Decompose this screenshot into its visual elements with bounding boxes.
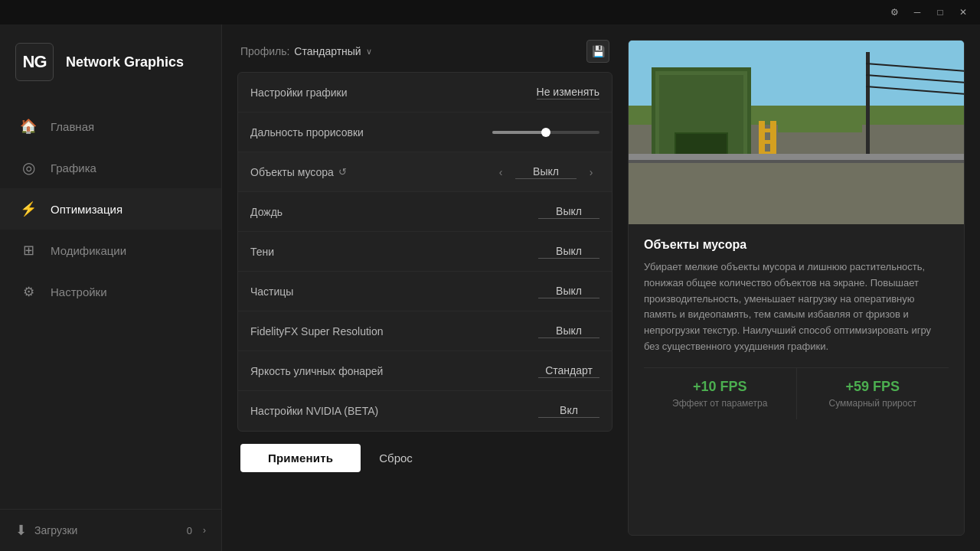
setting-row-draw-distance[interactable]: Дальность прорисовки [238,112,612,152]
settings-table: Настройки графики Не изменять Дальность … [237,72,612,432]
setting-value-trash-objects: Выкл [515,165,577,179]
slider-track [492,131,599,134]
setting-control-graphics-settings: Не изменять [537,86,599,99]
setting-value-rain[interactable]: Выкл [538,205,599,219]
setting-value-street-lights[interactable]: Стандарт [538,364,599,378]
setting-name-street-lights: Яркость уличных фонарей [250,365,538,377]
maximize-button[interactable]: □ [929,2,951,23]
sidebar-label-modifications: Модификации [51,244,126,257]
minimize-button[interactable]: ─ [906,2,928,23]
setting-row-trash-objects[interactable]: Объекты мусора ↺ ‹ Выкл › [238,152,612,192]
setting-name-shadows: Тени [250,246,538,258]
settings-nav-icon: ⚙ [18,282,38,302]
setting-name-fidelityfx: FidelityFX Super Resolution [250,325,538,337]
next-button-trash[interactable]: › [583,164,599,181]
downloads-badge: 0 [187,525,192,536]
setting-row-particles[interactable]: Частицы Выкл [238,272,612,311]
minimize-icon: ─ [914,7,921,18]
prev-button-trash[interactable]: ‹ [492,164,509,181]
setting-control-trash-objects: ‹ Выкл › [492,164,599,181]
sidebar-nav: 🏠 Главная ◎ Графика ⚡ Оптимизация ⊞ Моди… [0,99,221,509]
sidebar-label-settings: Настройки [51,285,107,298]
action-bar: Применить Сброс [237,444,612,472]
setting-row-street-lights[interactable]: Яркость уличных фонарей Стандарт [238,351,612,391]
app-name: Network Graphics [66,54,184,70]
profile-save-button[interactable]: 💾 [586,40,609,63]
sidebar-footer[interactable]: ⬇ Загрузки 0 › [0,509,221,551]
stat-label-total-gain: Суммарный прирост [829,398,916,409]
setting-row-fidelityfx[interactable]: FidelityFX Super Resolution Выкл [238,311,612,351]
setting-value-shadows[interactable]: Выкл [538,245,599,259]
sidebar-label-optimization: Оптимизация [51,203,122,216]
setting-name-rain: Дождь [250,206,538,218]
setting-value-nvidia[interactable]: Вкл [538,404,599,418]
svg-rect-20 [629,163,964,224]
setting-name-particles: Частицы [250,285,538,298]
stat-value-total-gain: +59 FPS [845,379,900,395]
downloads-icon: ⬇ [15,522,27,539]
titlebar: ⚙ ─ □ ✕ [0,0,980,24]
setting-name-nvidia: Настройки NVIDIA (BETA) [250,405,538,417]
downloads-arrow-icon: › [203,525,206,536]
sidebar-item-settings[interactable]: ⚙ Настройки [0,271,221,312]
sidebar-item-graphics[interactable]: ◎ Графика [0,147,221,188]
setting-value-fidelityfx[interactable]: Выкл [538,324,599,338]
svg-rect-12 [759,129,776,132]
sidebar-item-modifications[interactable]: ⊞ Модификации [0,230,221,271]
save-icon: 💾 [592,45,605,57]
info-preview-image [629,41,964,224]
setting-control-street-lights: Стандарт [538,364,599,378]
stat-value-param-effect: +10 FPS [693,379,747,395]
setting-row-graphics-settings[interactable]: Настройки графики Не изменять [238,73,612,112]
setting-row-rain[interactable]: Дождь Выкл [238,192,612,232]
draw-distance-slider[interactable] [492,131,599,134]
settings-titlebar-btn[interactable]: ⚙ [884,2,905,23]
modifications-icon: ⊞ [18,240,38,260]
setting-row-shadows[interactable]: Тени Выкл [238,232,612,272]
info-title: Объекты мусора [644,238,949,252]
reset-button[interactable]: Сброс [373,444,419,472]
setting-control-shadows: Выкл [538,245,599,259]
setting-value-graphics-settings[interactable]: Не изменять [537,86,599,99]
sidebar-label-graphics: Графика [51,161,96,174]
stat-param-effect: +10 FPS Эффект от параметра [644,368,796,419]
downloads-label: Загрузки [34,524,179,536]
profile-selector[interactable]: Профиль: Стандартный ∨ [240,45,372,57]
setting-control-rain: Выкл [538,205,599,219]
sidebar-label-home: Главная [51,120,94,133]
info-panel: Объекты мусора Убирает мелкие объекты му… [628,40,965,536]
stat-label-param-effect: Эффект от параметра [672,398,767,409]
sidebar-item-home[interactable]: 🏠 Главная [0,106,221,147]
sidebar-item-optimization[interactable]: ⚡ Оптимизация [0,188,221,230]
setting-control-fidelityfx: Выкл [538,324,599,338]
maximize-icon: □ [937,7,942,18]
close-button[interactable]: ✕ [952,2,974,23]
refresh-icon[interactable]: ↺ [338,166,347,178]
info-content: Объекты мусора Убирает мелкие объекты му… [629,224,964,535]
settings-titlebar-icon: ⚙ [890,7,899,18]
close-icon: ✕ [959,7,967,18]
app-body: NG Network Graphics 🏠 Главная ◎ Графика … [0,24,980,551]
setting-control-nvidia: Вкл [538,404,599,418]
profile-name: Стандартный [294,45,361,57]
profile-chevron-icon: ∨ [366,47,372,57]
optimization-icon: ⚡ [18,199,38,219]
scene-svg [629,41,964,224]
setting-value-particles[interactable]: Выкл [538,285,599,298]
apply-button[interactable]: Применить [240,444,361,472]
setting-name-trash-objects: Объекты мусора ↺ [250,166,492,178]
setting-row-nvidia[interactable]: Настройки NVIDIA (BETA) Вкл [238,391,612,431]
setting-control-draw-distance [492,131,599,134]
setting-control-particles: Выкл [538,285,599,298]
sidebar-logo: NG Network Graphics [0,24,221,99]
main-content: Профиль: Стандартный ∨ 💾 Настройки графи… [222,24,980,551]
home-icon: 🏠 [18,116,38,136]
info-stats: +10 FPS Эффект от параметра +59 FPS Сумм… [644,367,949,419]
svg-rect-13 [759,140,776,144]
slider-thumb[interactable] [541,128,550,137]
content-area: Профиль: Стандартный ∨ 💾 Настройки графи… [222,24,980,551]
stat-total-gain: +59 FPS Суммарный прирост [796,368,949,419]
svg-rect-21 [778,125,862,132]
sidebar: NG Network Graphics 🏠 Главная ◎ Графика … [0,24,222,551]
profile-label: Профиль: [240,45,289,57]
